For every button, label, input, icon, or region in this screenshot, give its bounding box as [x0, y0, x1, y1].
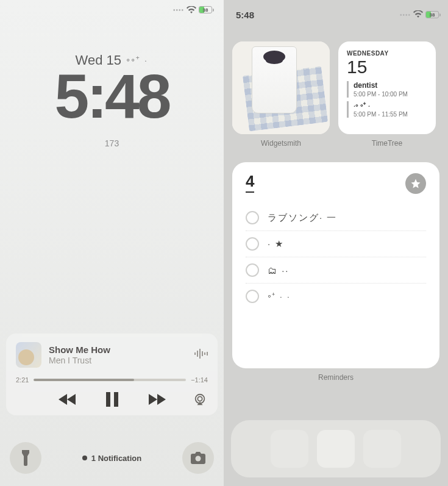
reminder-circle-icon[interactable] — [246, 290, 259, 303]
wifi-icon — [187, 6, 196, 13]
lock-subtext: 173 — [0, 138, 224, 148]
photo-widget[interactable] — [232, 41, 330, 134]
reminders-widget-label: Reminders — [231, 373, 441, 382]
photo-widget-label: Widgetsmith — [232, 139, 330, 148]
svg-rect-4 — [204, 352, 205, 355]
camera-button[interactable] — [182, 442, 214, 474]
reminder-item[interactable]: ラブソング· 一 — [246, 205, 426, 230]
wifi-icon — [413, 9, 423, 20]
svg-rect-7 — [114, 392, 118, 407]
notification-dot-icon — [82, 456, 87, 460]
reminder-circle-icon[interactable] — [246, 211, 259, 224]
dock — [231, 420, 441, 477]
lock-clock: 5:48 — [0, 67, 224, 126]
dock-app[interactable] — [317, 430, 355, 468]
reminders-count: 4 — [246, 173, 254, 189]
battery-icon: 38 — [425, 11, 441, 18]
star-badge-icon — [405, 173, 426, 194]
album-art[interactable] — [16, 342, 41, 368]
rewind-button[interactable] — [59, 393, 77, 409]
pause-button[interactable] — [106, 392, 118, 409]
waveform-icon[interactable] — [194, 349, 208, 361]
reminder-item[interactable]: ⸰⁺ ⸱ ⸱ — [246, 283, 426, 309]
status-time: 5:48 — [231, 10, 254, 20]
svg-rect-5 — [207, 352, 208, 356]
progress-row: 2:21 −1:14 — [16, 376, 208, 384]
song-artist: Men I Trust — [49, 356, 187, 366]
reminder-item[interactable]: · ★ — [246, 230, 426, 257]
svg-rect-2 — [199, 349, 201, 359]
calendar-event: ⸱⸰ ⸰⁺ ⸱ 5:00 PM - 11:55 PM — [347, 101, 427, 118]
reminder-circle-icon[interactable] — [246, 237, 259, 251]
calendar-widget-label: TimeTree — [338, 139, 436, 148]
svg-rect-0 — [194, 352, 196, 355]
battery-icon: 38 — [199, 6, 214, 13]
svg-rect-1 — [197, 351, 198, 357]
reminders-widget[interactable]: 4 ラブソング· 一 · ★ 🗂 ·· ⸰⁺ ⸱ ⸱ — [232, 162, 439, 368]
svg-point-10 — [196, 456, 201, 462]
home-screen: 5:48 •••• 38 Widgetsmith WEDNESD — [224, 0, 448, 486]
home-status-bar: 5:48 •••• 38 — [231, 6, 441, 23]
elapsed-time: 2:21 — [16, 376, 29, 384]
calendar-dow: WEDNESDAY — [347, 50, 427, 57]
svg-point-9 — [197, 396, 202, 401]
forward-button[interactable] — [148, 393, 166, 409]
song-title: Show Me How — [49, 345, 187, 356]
calendar-widget[interactable]: WEDNESDAY 15 dentist 5:00 PM - 10:00 PM … — [338, 41, 436, 134]
reminder-circle-icon[interactable] — [246, 263, 259, 277]
reminder-item[interactable]: 🗂 ·· — [246, 257, 426, 283]
svg-rect-6 — [106, 392, 110, 407]
scrubber[interactable] — [34, 379, 186, 381]
dock-app[interactable] — [271, 430, 308, 468]
dock-app[interactable] — [363, 430, 401, 468]
svg-rect-3 — [202, 351, 203, 356]
flashlight-button[interactable] — [10, 442, 41, 474]
cellular-dots-icon: •••• — [173, 7, 184, 13]
calendar-event: dentist 5:00 PM - 10:00 PM — [347, 81, 427, 98]
notification-text: 1 Notification — [91, 454, 141, 463]
airplay-icon[interactable] — [193, 393, 207, 409]
lock-status-bar: •••• 38 — [173, 6, 214, 13]
notification-summary[interactable]: 1 Notification — [82, 454, 141, 463]
remaining-time: −1:14 — [191, 376, 208, 384]
now-playing-card[interactable]: Show Me How Men I Trust 2:21 −1:14 — [6, 334, 218, 415]
cellular-dots-icon: •••• — [400, 12, 411, 18]
lock-screen: •••• 38 Wed 15 ⸰⸰⁺ ⸱ 5:48 173 Show Me Ho… — [0, 0, 224, 486]
calendar-day: 15 — [347, 58, 427, 76]
